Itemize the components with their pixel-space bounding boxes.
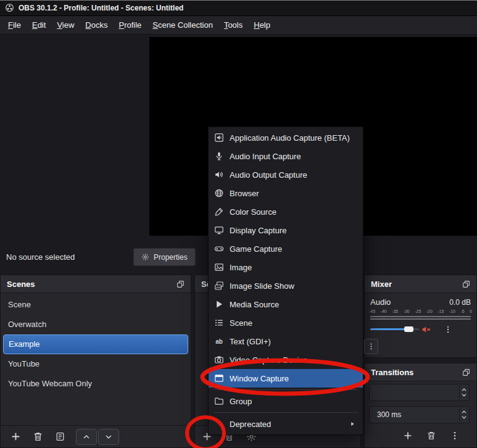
mixer-channel-name: Audio <box>370 297 391 307</box>
popout-icon[interactable] <box>176 280 185 288</box>
speaker-icon <box>214 170 224 180</box>
add-source-menu-item[interactable]: Audio Input Capture <box>209 147 363 165</box>
menubar-item-profile[interactable]: Profile <box>113 16 147 34</box>
no-source-label: No source selected <box>6 252 75 262</box>
scene-item[interactable]: Overwatch <box>1 315 191 334</box>
menubar-item-docks[interactable]: Docks <box>80 16 113 34</box>
mixer-options-button[interactable] <box>364 339 378 354</box>
add-source-menu-item[interactable]: Window Capture <box>209 369 363 388</box>
gamepad-icon <box>214 244 224 254</box>
add-source-menu-item[interactable]: Group <box>209 392 363 410</box>
menu-item-label: Scene <box>230 318 357 328</box>
menu-item-label: Media Source <box>230 300 357 309</box>
transitions-toolbar <box>365 428 476 444</box>
menu-item-label: Color Source <box>230 207 357 217</box>
monitor-icon <box>214 225 224 235</box>
scenes-panel: Scenes SceneOverwatchExampleYouTubeYouTu… <box>0 275 191 448</box>
popout-icon[interactable] <box>462 280 470 288</box>
add-source-menu-item[interactable]: Color Source <box>209 202 363 221</box>
add-source-menu-item[interactable]: Application Audio Capture (BETA) <box>209 128 363 147</box>
scene-filters-button[interactable] <box>54 430 66 444</box>
add-source-menu-item[interactable]: Scene <box>209 313 363 332</box>
add-source-menu-item[interactable]: abText (GDI+) <box>209 332 363 351</box>
mixer-level-db: 0.0 dB <box>449 298 471 307</box>
add-source-menu-item[interactable]: Browser <box>209 184 363 202</box>
volume-fill <box>370 328 409 330</box>
meter-tick: -25 <box>415 309 421 314</box>
duration-value: 300 ms <box>377 410 401 419</box>
mixer-panel-header: Mixer <box>365 275 476 293</box>
add-source-menu-item[interactable]: Video Capture Device <box>209 351 363 369</box>
scene-item[interactable]: Example <box>3 334 188 354</box>
spinner-updown-icon[interactable] <box>459 407 468 422</box>
menu-item-label: Display Capture <box>230 226 357 235</box>
scenes-panel-title: Scenes <box>7 280 176 289</box>
window-icon <box>214 373 224 383</box>
menu-separator <box>214 389 358 390</box>
menubar-item-tools[interactable]: Tools <box>218 16 248 34</box>
dots-vertical-icon <box>367 342 375 351</box>
add-source-menu-item[interactable]: Image Slide Show <box>209 276 363 295</box>
svg-text:ab: ab <box>215 338 223 345</box>
remove-scene-button[interactable] <box>31 430 44 444</box>
add-source-menu-items: Application Audio Capture (BETA)Audio In… <box>209 128 363 433</box>
menubar-item-view[interactable]: View <box>51 16 80 34</box>
scene-item[interactable]: YouTube <box>1 354 191 374</box>
mixer-channel-row: Audio 0.0 dB <box>365 293 476 307</box>
volume-meter-2 <box>370 318 471 320</box>
mute-button[interactable] <box>421 325 431 334</box>
menubar-item-help[interactable]: Help <box>248 16 276 34</box>
add-source-menu: Application Audio Capture (BETA)Audio In… <box>208 127 363 435</box>
audio-options-button[interactable] <box>444 325 452 334</box>
image-icon <box>214 262 224 272</box>
menubar: FileEditViewDocksProfileScene Collection… <box>0 16 477 35</box>
menubar-item-edit[interactable]: Edit <box>27 16 51 34</box>
move-scene-up-button[interactable] <box>76 429 97 445</box>
add-source-menu-item[interactable]: Display Capture <box>209 221 363 239</box>
plus-icon <box>403 431 413 441</box>
transition-select[interactable] <box>369 384 470 401</box>
spinner-updown-icon[interactable] <box>459 385 468 400</box>
add-source-menu-item[interactable]: Media Source <box>209 295 363 313</box>
dots-vertical-icon <box>450 431 460 441</box>
add-transition-button[interactable] <box>402 429 413 442</box>
volume-slider[interactable] <box>370 328 419 330</box>
remove-transition-button[interactable] <box>426 429 437 442</box>
move-scene-down-button[interactable] <box>98 429 119 445</box>
menu-item-label: Application Audio Capture (BETA) <box>230 133 357 143</box>
popout-icon[interactable] <box>462 368 470 376</box>
color-dropper-icon <box>214 207 224 217</box>
transition-properties-button[interactable] <box>449 429 460 442</box>
globe-icon <box>214 188 224 198</box>
microphone-icon <box>214 151 224 161</box>
menubar-item-file[interactable]: File <box>2 16 27 34</box>
meter-tick: -30 <box>404 309 410 314</box>
scene-transitions-panel: Transitions 300 ms <box>364 363 477 448</box>
menubar-item-scene-collection[interactable]: Scene Collection <box>147 16 218 34</box>
add-source-menu-item[interactable]: Deprecated <box>209 415 363 433</box>
audio-mixer-panel: Mixer Audio 0.0 dB -45-40-35-30-25-20-15… <box>364 275 477 358</box>
slideshow-icon <box>214 281 224 291</box>
scenes-toolbar <box>1 425 191 447</box>
transitions-panel-header: Transitions <box>365 363 476 381</box>
add-source-menu-item[interactable]: Image <box>209 258 363 276</box>
text-ab-icon: ab <box>214 336 224 346</box>
mixer-panel-title: Mixer <box>371 280 462 289</box>
volume-handle[interactable] <box>404 326 413 332</box>
titlebar: OBS 30.1.2 - Profile: Untitled - Scenes:… <box>0 0 477 16</box>
meter-tick: -20 <box>426 309 433 314</box>
menu-item-label: Audio Output Capture <box>230 170 357 180</box>
transition-duration[interactable]: 300 ms <box>369 406 470 423</box>
add-scene-button[interactable] <box>9 430 22 444</box>
folder-icon <box>214 396 224 406</box>
trash-icon <box>33 431 43 442</box>
add-source-menu-item[interactable]: Audio Output Capture <box>209 165 363 184</box>
volume-meter <box>370 316 471 317</box>
scene-item[interactable]: Scene <box>1 295 191 315</box>
scene-item[interactable]: YouTube Webcam Only <box>1 374 191 394</box>
obs-logo-icon <box>5 3 14 12</box>
add-source-menu-item[interactable]: Game Capture <box>209 239 363 258</box>
chevron-up-icon <box>82 433 91 441</box>
properties-button[interactable]: Properties <box>133 248 196 266</box>
none <box>214 419 224 429</box>
